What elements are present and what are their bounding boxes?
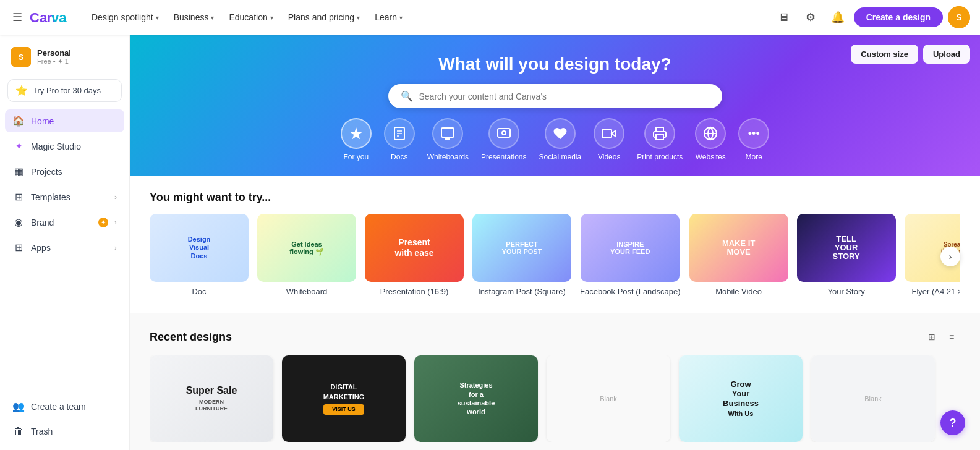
nav-label: Plans and pricing xyxy=(288,12,354,22)
design-card-instagram[interactable]: PERFECTYOUR POST Instagram Post (Square) xyxy=(472,214,571,296)
card-visual-text: Get Ideasflowing 🌱 xyxy=(289,240,324,256)
templates-icon: ⊞ xyxy=(12,191,25,203)
recent-card-1[interactable]: Super Sale MODERNFURNITURE xyxy=(150,355,273,442)
help-button[interactable]: ? xyxy=(940,410,965,435)
search-input[interactable] xyxy=(419,91,710,101)
recent-card-4[interactable]: Blank xyxy=(547,355,670,442)
create-design-button[interactable]: Create a design xyxy=(854,7,943,27)
hero-cat-videos[interactable]: Videos xyxy=(594,118,624,161)
grid-icon: ▦ xyxy=(12,166,25,177)
card-visual-text: TELLYOURSTORY xyxy=(833,235,860,261)
recent-card-5[interactable]: GrowYourBusinessWith Us xyxy=(679,355,803,442)
design-card-doc[interactable]: DesignVisualDocs Doc xyxy=(150,214,249,296)
hamburger-icon[interactable]: ☰ xyxy=(10,8,25,27)
recent-cards: Super Sale MODERNFURNITURE DIGITAL MARKE… xyxy=(150,355,960,442)
sidebar-item-magic-studio[interactable]: ✦ Magic Studio xyxy=(5,135,124,158)
hero-cat-more[interactable]: ••• More xyxy=(738,118,769,161)
sidebar-item-home[interactable]: 🏠 Home xyxy=(5,109,124,132)
print-icon xyxy=(644,118,675,149)
card-visual-text: PERFECTYOUR POST xyxy=(502,240,542,255)
hero-cat-whiteboards[interactable]: Whiteboards xyxy=(427,118,469,161)
settings-icon[interactable]: ⚙ xyxy=(799,6,822,28)
trash-icon: 🗑 xyxy=(12,426,25,437)
bell-icon[interactable]: 🔔 xyxy=(827,6,849,28)
hero-top-buttons: Custom size Upload xyxy=(851,45,970,64)
scroll-right-button[interactable]: › xyxy=(940,247,960,266)
logo[interactable]: Can va xyxy=(30,9,73,26)
sidebar-item-label: Projects xyxy=(31,167,117,177)
sidebar-item-apps[interactable]: ⊞ Apps › xyxy=(5,236,124,259)
nav-business[interactable]: Business ▾ xyxy=(168,9,221,26)
design-card-whiteboard[interactable]: Get Ideasflowing 🌱 Whiteboard xyxy=(257,214,356,296)
main-layout: S Personal Free • ✦ 1 ⭐ Try Pro for 30 d… xyxy=(0,35,980,450)
hero-cat-label: Whiteboards xyxy=(427,153,469,161)
user-avatar[interactable]: S xyxy=(948,6,970,28)
sidebar-item-label: Create a team xyxy=(31,402,117,412)
recent-card-3[interactable]: Strategiesfor asustainableworld xyxy=(414,355,538,442)
design-card-presentation[interactable]: Presentwith ease Presentation (16:9) xyxy=(365,214,464,296)
social-media-icon xyxy=(545,118,576,149)
recent-card-6[interactable]: Blank xyxy=(811,355,935,442)
hero-cat-print[interactable]: Print products xyxy=(637,118,683,161)
try-pro-button[interactable]: ⭐ Try Pro for 30 days xyxy=(7,79,122,102)
design-card-thumbnail: DesignVisualDocs xyxy=(150,214,249,282)
websites-icon xyxy=(695,118,726,149)
nav-design-spotlight[interactable]: Design spotlight ▾ xyxy=(85,9,165,26)
hero-cat-label: Websites xyxy=(696,153,726,161)
nav-education[interactable]: Education ▾ xyxy=(223,9,279,26)
recent-section: Recent designs ⊞ ≡ Super Sale MODERNFURN… xyxy=(130,313,980,450)
monitor-icon[interactable]: 🖥 xyxy=(772,6,795,28)
design-card-thumbnail: Presentwith ease xyxy=(365,214,464,282)
hero-cat-presentations[interactable]: Presentations xyxy=(481,118,526,161)
sidebar-item-templates[interactable]: ⊞ Templates › xyxy=(5,185,124,208)
sidebar-bottom: 👥 Create a team 🗑 Trash xyxy=(5,395,124,443)
design-card-facebook[interactable]: INSPIREYOUR FEED Facebook Post (Landscap… xyxy=(580,214,681,296)
nav-label: Education xyxy=(229,12,267,22)
card-visual-text: INSPIREYOUR FEED xyxy=(610,240,650,255)
hero-cat-social-media[interactable]: Social media xyxy=(539,118,582,161)
sidebar-item-label: Trash xyxy=(31,427,117,436)
design-card-video[interactable]: MAKE ITMOVE Mobile Video xyxy=(689,214,788,296)
nav-plans[interactable]: Plans and pricing ▾ xyxy=(282,9,366,26)
chevron-right-icon: › xyxy=(114,244,117,252)
main-content: Custom size Upload What will you design … xyxy=(130,35,980,450)
sidebar-item-brand[interactable]: ◉ Brand ✦ › xyxy=(5,211,124,234)
hero-cat-label: Videos xyxy=(598,153,620,161)
sidebar-item-label: Magic Studio xyxy=(31,142,117,151)
try-section-title: You might want to try... xyxy=(150,191,960,204)
design-cards-wrap: DesignVisualDocs Doc Get Ideasflowing 🌱 … xyxy=(150,214,960,299)
design-card-thumbnail: Get Ideasflowing 🌱 xyxy=(257,214,356,282)
chevron-down-icon: ▾ xyxy=(156,14,159,21)
design-card-thumbnail: TELLYOURSTORY xyxy=(797,214,896,282)
chevron-down-icon: ▾ xyxy=(211,14,214,21)
grid-view-button[interactable]: ⊞ xyxy=(923,328,940,346)
hero-categories: For you Docs xyxy=(341,118,770,161)
foryou-icon xyxy=(341,118,372,149)
list-view-button[interactable]: ≡ xyxy=(943,328,960,346)
sidebar: S Personal Free • ✦ 1 ⭐ Try Pro for 30 d… xyxy=(0,35,130,450)
recent-card-thumbnail: Blank xyxy=(811,355,935,442)
sidebar-item-trash[interactable]: 🗑 Trash xyxy=(5,420,124,443)
upload-button[interactable]: Upload xyxy=(923,45,970,64)
card-visual-text: DesignVisualDocs xyxy=(188,236,211,260)
design-card-story[interactable]: TELLYOURSTORY Your Story xyxy=(797,214,896,296)
brand-badge: ✦ xyxy=(98,218,108,227)
brand-icon: ◉ xyxy=(12,216,25,228)
main-nav: Design spotlight ▾ Business ▾ Education … xyxy=(85,9,767,26)
magic-icon: ✦ xyxy=(12,140,25,152)
recent-card-2[interactable]: DIGITAL MARKETING VISIT US xyxy=(282,355,406,442)
hero-cat-docs[interactable]: Docs xyxy=(384,118,415,161)
hero-cat-label: Print products xyxy=(637,153,683,161)
sidebar-item-create-team[interactable]: 👥 Create a team xyxy=(5,395,124,418)
nav-label: Design spotlight xyxy=(92,12,153,22)
hero-cat-foryou[interactable]: For you xyxy=(341,118,372,161)
hero-cat-websites[interactable]: Websites xyxy=(695,118,726,161)
videos-icon xyxy=(594,118,624,149)
nav-learn[interactable]: Learn ▾ xyxy=(369,9,409,26)
svg-rect-13 xyxy=(498,129,510,137)
custom-size-button[interactable]: Custom size xyxy=(851,45,918,64)
hero-cat-label: For you xyxy=(343,153,369,161)
sidebar-item-projects[interactable]: ▦ Projects xyxy=(5,160,124,183)
chevron-down-icon: ▾ xyxy=(357,14,360,21)
sidebar-username: Personal xyxy=(37,48,71,57)
